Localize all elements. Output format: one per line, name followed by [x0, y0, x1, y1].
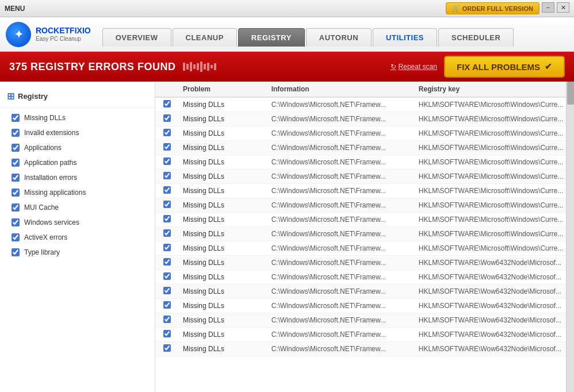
row-checkbox-14[interactable]	[155, 301, 178, 310]
activex-errors-checkbox[interactable]	[12, 233, 20, 241]
table-header: Problem Information Registry key	[155, 82, 566, 98]
row-checkbox-1[interactable]	[155, 114, 178, 124]
order-full-version-button[interactable]: 🛒 ORDER FULL VERSION	[446, 2, 539, 14]
sidebar-item-missing-applications[interactable]: Missing applications	[0, 185, 155, 200]
close-button[interactable]: ✕	[557, 2, 569, 13]
sidebar-item-mui-cache[interactable]: MUI Cache	[0, 200, 155, 215]
type-library-checkbox[interactable]	[12, 248, 20, 256]
scrollbar-thumb[interactable]	[567, 82, 574, 105]
table-row[interactable]: Missing DLLs C:\Windows\Microsoft.NET\Fr…	[155, 328, 566, 342]
table-row[interactable]: Missing DLLs C:\Windows\Microsoft.NET\Fr…	[155, 285, 566, 299]
installation-errors-checkbox[interactable]	[12, 174, 20, 182]
table-row[interactable]: Missing DLLs C:\Windows\Microsoft.NET\Fr…	[155, 170, 566, 184]
tab-utilities[interactable]: UTILITIES	[373, 28, 437, 47]
row-problem-14: Missing DLLs	[178, 302, 271, 310]
mui-cache-checkbox[interactable]	[12, 203, 20, 212]
row-checkbox-16[interactable]	[155, 330, 178, 339]
sidebar-label-type-library: Type library	[24, 248, 60, 256]
minimize-button[interactable]: −	[542, 2, 554, 13]
table-row[interactable]: Missing DLLs C:\Windows\Microsoft.NET\Fr…	[155, 198, 566, 213]
table-row[interactable]: Missing DLLs C:\Windows\Microsoft.NET\Fr…	[155, 270, 566, 285]
scrollbar[interactable]	[566, 82, 574, 392]
sidebar-item-activex-errors[interactable]: ActiveX errors	[0, 230, 155, 245]
windows-services-checkbox[interactable]	[12, 218, 20, 226]
table-row[interactable]: Missing DLLs C:\Windows\Microsoft.NET\Fr…	[155, 241, 566, 256]
row-checkbox-15[interactable]	[155, 316, 178, 325]
row-checkbox-17[interactable]	[155, 344, 178, 353]
table-row[interactable]: Missing DLLs C:\Windows\Microsoft.NET\Fr…	[155, 313, 566, 328]
row-checkbox-2[interactable]	[155, 129, 178, 138]
row-problem-3: Missing DLLs	[178, 144, 271, 152]
application-paths-checkbox[interactable]	[12, 159, 20, 167]
sidebar-item-invalid-extensions[interactable]: Invalid extensions	[0, 125, 155, 140]
row-checkbox-3[interactable]	[155, 143, 178, 152]
table-row[interactable]: Missing DLLs C:\Windows\Microsoft.NET\Fr…	[155, 184, 566, 198]
missing-applications-checkbox[interactable]	[12, 189, 20, 197]
table-row[interactable]: Missing DLLs C:\Windows\Microsoft.NET\Fr…	[155, 141, 566, 155]
row-checkbox-12[interactable]	[155, 272, 178, 282]
row-checkbox-11[interactable]	[155, 258, 178, 267]
table-row[interactable]: Missing DLLs C:\Windows\Microsoft.NET\Fr…	[155, 126, 566, 141]
repeat-scan-button[interactable]: ↻ Repeat scan	[391, 63, 437, 71]
sidebar-label-activex-errors: ActiveX errors	[24, 233, 67, 241]
col-problem-header: Problem	[178, 85, 271, 93]
sidebar-label-missing-dlls: Missing DLLs	[24, 114, 66, 122]
sidebar: ⊞ Registry Missing DLLs Invalid extensio…	[0, 82, 155, 392]
missing-dlls-checkbox[interactable]	[12, 114, 20, 122]
row-key-15: HKLM\SOFTWARE\Wow6432Node\Microsof...	[419, 316, 566, 324]
fix-all-problems-button[interactable]: FIX ALL PROBLEMS ✔	[444, 56, 565, 78]
row-checkbox-9[interactable]	[155, 229, 178, 239]
sidebar-item-missing-dlls[interactable]: Missing DLLs	[0, 110, 155, 125]
row-problem-13: Missing DLLs	[178, 287, 271, 295]
row-checkbox-8[interactable]	[155, 215, 178, 224]
row-info-2: C:\Windows\Microsoft.NET\Framew...	[271, 129, 419, 137]
row-info-12: C:\Windows\Microsoft.NET\Framew...	[271, 273, 419, 281]
titlebar-left: MENU	[5, 5, 25, 13]
row-key-1: HKLM\SOFTWARE\Microsoft\Windows\Curre...	[419, 115, 566, 123]
sidebar-item-windows-services[interactable]: Windows services	[0, 215, 155, 230]
row-problem-16: Missing DLLs	[178, 330, 271, 339]
error-banner: 375 REGISTRY ERRORS FOUND ↻ Repeat scan …	[0, 52, 574, 82]
sidebar-item-type-library[interactable]: Type library	[0, 245, 155, 260]
table-row[interactable]: Missing DLLs C:\Windows\Microsoft.NET\Fr…	[155, 98, 566, 112]
row-info-3: C:\Windows\Microsoft.NET\Framew...	[271, 144, 419, 152]
row-info-1: C:\Windows\Microsoft.NET\Framew...	[271, 115, 419, 123]
row-checkbox-6[interactable]	[155, 186, 178, 195]
error-left: 375 REGISTRY ERRORS FOUND	[9, 61, 216, 73]
tab-registry[interactable]: REGISTRY	[238, 28, 305, 47]
tab-cleanup[interactable]: CLEANUP	[173, 28, 237, 47]
table-row[interactable]: Missing DLLs C:\Windows\Microsoft.NET\Fr…	[155, 155, 566, 170]
row-checkbox-5[interactable]	[155, 172, 178, 181]
row-key-13: HKLM\SOFTWARE\Wow6432Node\Microsof...	[419, 287, 566, 295]
tab-overview[interactable]: OVERVIEW	[102, 28, 171, 47]
sidebar-item-application-paths[interactable]: Application paths	[0, 155, 155, 170]
table-row[interactable]: Missing DLLs C:\Windows\Microsoft.NET\Fr…	[155, 342, 566, 356]
menu-label[interactable]: MENU	[5, 5, 25, 13]
row-checkbox-7[interactable]	[155, 201, 178, 210]
row-checkbox-4[interactable]	[155, 157, 178, 167]
sidebar-item-applications[interactable]: Applications	[0, 140, 155, 155]
row-key-6: HKLM\SOFTWARE\Microsoft\Windows\Curre...	[419, 187, 566, 195]
table-row[interactable]: Missing DLLs C:\Windows\Microsoft.NET\Fr…	[155, 213, 566, 227]
table-row[interactable]: Missing DLLs C:\Windows\Microsoft.NET\Fr…	[155, 112, 566, 126]
table-scroll[interactable]: Missing DLLs C:\Windows\Microsoft.NET\Fr…	[155, 98, 566, 392]
table-row[interactable]: Missing DLLs C:\Windows\Microsoft.NET\Fr…	[155, 256, 566, 270]
tab-scheduler[interactable]: SCHEDULER	[438, 28, 514, 47]
table-row[interactable]: Missing DLLs C:\Windows\Microsoft.NET\Fr…	[155, 299, 566, 313]
row-problem-7: Missing DLLs	[178, 201, 271, 209]
row-info-5: C:\Windows\Microsoft.NET\Framew...	[271, 172, 419, 180]
row-key-16: HKLM\SOFTWARE\Wow6432Node\Microsof...	[419, 330, 566, 339]
invalid-extensions-checkbox[interactable]	[12, 129, 20, 137]
table-row[interactable]: Missing DLLs C:\Windows\Microsoft.NET\Fr…	[155, 227, 566, 241]
sidebar-item-installation-errors[interactable]: Installation errors	[0, 170, 155, 185]
row-checkbox-0[interactable]	[155, 100, 178, 109]
row-checkbox-13[interactable]	[155, 287, 178, 296]
row-key-0: HKLM\SOFTWARE\Microsoft\Windows\Curre...	[419, 101, 566, 109]
applications-checkbox[interactable]	[12, 144, 20, 152]
bar-1	[183, 63, 185, 71]
bar-6	[200, 62, 202, 72]
row-checkbox-10[interactable]	[155, 244, 178, 253]
logo-subtitle: Easy PC Cleanup	[36, 36, 91, 43]
row-problem-5: Missing DLLs	[178, 172, 271, 180]
tab-autorun[interactable]: AUTORUN	[306, 28, 372, 47]
